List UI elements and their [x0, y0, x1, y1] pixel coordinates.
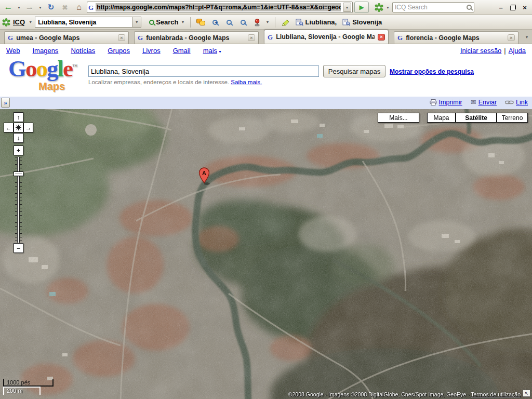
link-action[interactable]: Link [505, 99, 528, 106]
satellite-imagery[interactable] [0, 109, 532, 399]
search-maps-button[interactable]: Pesquisar mapas [323, 65, 385, 77]
tab-fuenlabrada[interactable]: G fuenlabrada - Google Maps × [134, 31, 259, 44]
tab-favicon: G [138, 34, 143, 41]
minimize-button[interactable]: – [496, 2, 506, 12]
map-type-terrain[interactable]: Terreno [497, 113, 528, 123]
address-bar[interactable]: G http://maps.google.com/maps?hl=pt-PT&q… [87, 2, 353, 13]
link-icon [505, 100, 514, 104]
tab-favicon: G [397, 34, 403, 41]
saiba-mais-link[interactable]: Saiba mais. [231, 79, 262, 85]
joystick-icon[interactable] [251, 17, 263, 28]
icq-menu-label[interactable]: ICQ [12, 18, 26, 26]
recenter-icon [16, 125, 21, 130]
highlight-word-label: Slovenija [352, 18, 382, 26]
site-favicon: G [88, 4, 94, 11]
icq-flower-icon[interactable] [2, 18, 10, 26]
maps-search-input[interactable] [88, 65, 319, 77]
pan-up-button[interactable]: ↑ [14, 112, 23, 122]
nav-grupos[interactable]: Grupos [108, 47, 130, 55]
joystick-caret[interactable]: ▼ [265, 17, 271, 28]
tab-list-caret[interactable]: ▼ [524, 33, 530, 41]
tab-label: florencia - Google Maps [406, 34, 504, 42]
refresh-button[interactable]: ↻ [45, 2, 57, 13]
tab-label: fuenlabrada - Google Maps [146, 34, 245, 42]
zoom-slider-track[interactable] [15, 157, 22, 243]
google-nav-links: Web Imagens Notícias Grupos Livros Gmail… [6, 47, 222, 55]
nav-noticias[interactable]: Notícias [71, 47, 95, 55]
tab-close-icon[interactable]: × [248, 34, 255, 41]
restore-button[interactable] [508, 2, 518, 12]
nav-gmail[interactable]: Gmail [173, 47, 191, 55]
url-text[interactable]: http://maps.google.com/maps?hl=pt-PT&q=r… [96, 3, 341, 11]
icq-menu-caret[interactable]: ▼ [385, 2, 391, 13]
chat-bubbles-icon[interactable] [195, 17, 207, 28]
home-button[interactable]: ⌂ [73, 2, 85, 13]
back-button[interactable]: ← [2, 2, 15, 13]
nav-web[interactable]: Web [6, 47, 20, 55]
tab-close-icon[interactable]: × [118, 34, 125, 41]
forward-history-caret[interactable]: ▼ [37, 2, 43, 13]
report-problem-button[interactable]: ↖ [523, 390, 530, 397]
help-link[interactable]: Ajuda [509, 47, 526, 55]
more-button[interactable]: Mais... [378, 113, 419, 123]
search-options-caret[interactable]: ▼ [180, 17, 186, 28]
zoom-in-button[interactable]: + [14, 145, 23, 155]
pan-down-button[interactable]: ↓ [14, 133, 23, 143]
zoom-reset-icon[interactable]: ↔ [223, 17, 235, 28]
tab-umea[interactable]: G umea - Google Maps × [4, 31, 129, 44]
tab-label: umea - Google Maps [16, 34, 115, 42]
highlighter-icon[interactable] [280, 17, 292, 28]
combo-dropdown-caret[interactable]: ▼ [132, 17, 141, 27]
icq-toolbar-caret[interactable]: ▼ [28, 17, 33, 28]
go-button[interactable]: ▶ [354, 2, 369, 13]
browser-toolbar: ← ▼ → ▼ ↻ ✖ ⌂ G http://maps.google.com/m… [0, 0, 532, 15]
scale-imperial: 1000 pés [3, 379, 54, 387]
zoom-in-icon[interactable]: + [209, 17, 221, 28]
send-action[interactable]: ✉Enviar [471, 98, 497, 106]
icq-query-combobox[interactable]: Liubliana, Slovenija ▼ [35, 17, 141, 28]
terms-link[interactable]: Termos de utilização [471, 391, 521, 397]
url-dropdown-caret[interactable]: ▼ [343, 3, 351, 12]
search-icon[interactable] [149, 20, 154, 25]
pan-left-button[interactable]: ← [4, 123, 14, 132]
map-type-map[interactable]: Mapa [427, 113, 456, 123]
divider: | [504, 47, 506, 55]
zoom-slider-handle[interactable] [14, 171, 23, 176]
close-button[interactable]: × [520, 2, 530, 12]
forward-button[interactable]: → [23, 2, 36, 13]
printer-icon [430, 99, 437, 105]
tab-florencia[interactable]: G florencia - Google Maps × [394, 31, 518, 44]
recenter-button[interactable] [14, 123, 23, 132]
map-copyright: ©2008 Google - Imagens ©2008 DigitalGlob… [288, 391, 521, 397]
icq-search-box[interactable]: ICQ Search [392, 2, 474, 12]
zoom-out-button[interactable]: − [14, 243, 23, 253]
tab-close-icon[interactable]: × [378, 34, 385, 41]
icq-flower-icon[interactable] [375, 3, 383, 12]
find-in-page-icon [296, 19, 303, 26]
signin-link[interactable]: Iniciar sessão [460, 47, 501, 55]
map-type-satellite[interactable]: Satélite [456, 113, 497, 123]
map-marker-A[interactable]: A [198, 167, 211, 186]
stop-button[interactable]: ✖ [59, 2, 71, 13]
search-options-link[interactable]: Mostrar opções de pesquisa [390, 68, 474, 75]
icq-toolbar: ICQ ▼ Liubliana, Slovenija ▼ Search ▼ + … [0, 15, 532, 30]
pan-right-button[interactable]: → [23, 123, 33, 132]
nav-imagens[interactable]: Imagens [33, 47, 59, 55]
tab-liubliana-active[interactable]: G Liubliana, Slovenija - Google Maps × [264, 30, 389, 44]
icq-search-placeholder: ICQ Search [395, 4, 464, 11]
account-links: Iniciar sessão | Ajuda [460, 47, 526, 55]
nav-livros[interactable]: Livros [142, 47, 161, 55]
icq-search-button[interactable]: Search [156, 18, 178, 26]
tab-label: Liubliana, Slovenija - Google Maps [276, 33, 375, 41]
map-viewport[interactable]: A Mais... Mapa Satélite Terreno ↑ ← → ↓ … [0, 109, 532, 399]
nav-mais[interactable]: mais▼ [203, 47, 222, 55]
zoom-out-icon[interactable]: − [237, 17, 249, 28]
highlight-word-button-2[interactable]: Slovenija [340, 18, 384, 26]
icq-search-icon[interactable] [467, 5, 472, 10]
icq-query-value[interactable]: Liubliana, Slovenija [38, 19, 132, 26]
back-history-caret[interactable]: ▼ [16, 2, 22, 13]
tab-close-icon[interactable]: × [508, 34, 515, 41]
expand-panel-button[interactable]: » [1, 98, 10, 108]
print-action[interactable]: Imprimir [430, 99, 462, 106]
highlight-word-button-1[interactable]: Liubliana, [294, 18, 339, 26]
